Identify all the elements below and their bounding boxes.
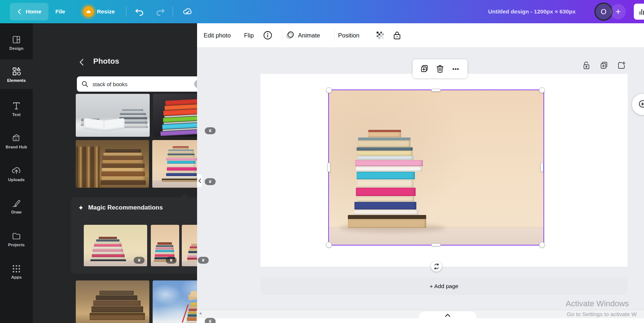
scroll-left-arrow[interactable]: ◄	[198, 311, 202, 315]
premium-crown-icon: ♛	[205, 127, 216, 134]
back-arrow-icon[interactable]	[77, 57, 87, 67]
lock-icon[interactable]	[393, 31, 401, 40]
undo-icon[interactable]	[134, 7, 145, 17]
position-button[interactable]: Position	[338, 23, 360, 47]
book-stack-art	[348, 104, 443, 228]
home-label: Home	[25, 8, 41, 15]
expand-pages-button[interactable]	[419, 311, 476, 323]
sidebar-label: Brand Hub	[6, 145, 27, 149]
photo-result-books-table[interactable]	[76, 94, 150, 137]
toolbar-divider	[282, 29, 282, 41]
text-icon	[12, 101, 21, 111]
cloud-saved-icon	[182, 7, 193, 17]
selection-handle-nw[interactable]	[326, 87, 332, 93]
selection-handle-se[interactable]	[539, 242, 545, 248]
open-book-art	[84, 118, 124, 130]
comment-plus-icon	[638, 100, 644, 109]
photo-result-library-stacks[interactable]	[76, 140, 149, 188]
transparency-icon[interactable]	[376, 31, 385, 40]
home-button[interactable]: Home	[10, 3, 48, 20]
sidebar-item-draw[interactable]: Draw	[0, 191, 33, 221]
premium-crown-icon: ♛	[198, 257, 209, 264]
chevron-left-icon	[198, 179, 201, 183]
panel-collapse-button[interactable]	[197, 174, 203, 188]
animate-icon	[285, 31, 295, 40]
sidebar-item-text[interactable]: Text	[0, 94, 33, 124]
more-options-button[interactable]: •••	[449, 62, 462, 75]
sidebar-label: Design	[9, 46, 23, 51]
flip-button[interactable]: Flip	[244, 23, 254, 47]
file-label: File	[55, 8, 65, 15]
unlock-page-icon[interactable]	[582, 61, 591, 70]
add-page-button[interactable]: + Add page	[260, 278, 628, 295]
magic-photo-2[interactable]: ♛	[151, 225, 179, 266]
draw-pen-icon	[12, 199, 21, 208]
sparkles-icon: ✦	[78, 204, 84, 211]
toolbar-divider	[334, 29, 335, 41]
premium-crown-icon: ♛	[205, 318, 216, 323]
add-member-button[interactable]: +	[610, 4, 626, 19]
premium-crown-icon: ♛	[166, 257, 177, 264]
sidebar: Design Elements Text co. Brand Hub Uploa…	[0, 23, 33, 323]
topbar-divider	[126, 7, 126, 17]
sidebar-item-uploads[interactable]: Uploads	[0, 159, 33, 188]
add-page-icon[interactable]	[617, 61, 626, 70]
top-bar: Home File Resize Untitled design - 1200p…	[0, 0, 644, 23]
insights-button[interactable]	[634, 4, 644, 20]
resize-button[interactable]: Resize	[83, 0, 115, 23]
chevron-up-icon	[445, 314, 451, 317]
canva-editor: Home File Resize Untitled design - 1200p…	[0, 0, 644, 323]
redo-icon[interactable]	[155, 7, 165, 17]
folder-icon	[12, 231, 21, 241]
trash-icon	[436, 64, 444, 73]
sidebar-item-design[interactable]: Design	[0, 28, 33, 57]
duplicate-page-icon[interactable]	[599, 61, 609, 70]
magic-photo-1[interactable]: ♛	[84, 225, 147, 266]
search-icon	[81, 80, 89, 88]
design-icon	[12, 35, 21, 44]
sidebar-item-brand-hub[interactable]: co. Brand Hub	[0, 126, 33, 156]
brand-hub-icon: co.	[11, 133, 21, 143]
edit-photo-button[interactable]: Edit photo	[204, 23, 231, 47]
selected-image-book-stack[interactable]	[329, 90, 543, 245]
sidebar-label: Projects	[8, 243, 24, 247]
duplicate-button[interactable]	[418, 62, 431, 75]
sidebar-label: Draw	[11, 210, 21, 214]
elements-icon	[11, 66, 21, 76]
sidebar-label: Elements	[7, 78, 25, 83]
premium-crown-icon: ♛	[134, 257, 145, 264]
info-icon[interactable]	[263, 31, 272, 40]
selection-handle-right[interactable]	[541, 163, 543, 172]
magic-title: Magic Recommendations	[88, 204, 197, 211]
sidebar-label: Apps	[11, 275, 22, 279]
sidebar-item-apps[interactable]: Apps	[0, 257, 33, 287]
design-title[interactable]: Untitled design - 1200px × 630px	[488, 0, 576, 23]
topbar-divider	[173, 7, 173, 17]
sidebar-item-projects[interactable]: Projects	[0, 224, 33, 254]
sidebar-item-elements[interactable]: Elements	[0, 59, 33, 89]
selection-handle-ne[interactable]	[539, 87, 545, 93]
animate-button[interactable]: Animate	[285, 23, 320, 47]
resize-label: Resize	[97, 8, 115, 15]
search-input[interactable]	[92, 81, 194, 88]
search-box[interactable]: ✕	[77, 76, 206, 92]
rotate-handle[interactable]	[431, 261, 442, 272]
context-toolbar: •••	[413, 59, 467, 78]
photos-panel: Photos ✕ ♛	[33, 23, 197, 323]
file-menu-button[interactable]: File	[55, 0, 65, 23]
premium-crown-icon: ♛	[205, 178, 216, 185]
canvas-area[interactable]: ••• + Add page	[197, 47, 644, 323]
activate-windows-subtext: Go to Settings to activate W	[567, 311, 637, 318]
selection-handle-bottom[interactable]	[431, 243, 441, 246]
photo-result-vintage-books[interactable]	[76, 280, 149, 323]
apps-grid-icon	[12, 264, 21, 273]
panel-title: Photos	[93, 57, 119, 65]
premium-crown-icon	[83, 6, 94, 17]
bar-chart-icon	[639, 8, 644, 16]
delete-button[interactable]	[433, 62, 447, 75]
selection-handle-sw[interactable]	[326, 242, 332, 248]
avatar[interactable]: O	[594, 3, 613, 21]
selection-handle-top[interactable]	[431, 89, 441, 92]
selection-handle-left[interactable]	[327, 163, 330, 172]
svg-text:co.: co.	[15, 137, 18, 140]
